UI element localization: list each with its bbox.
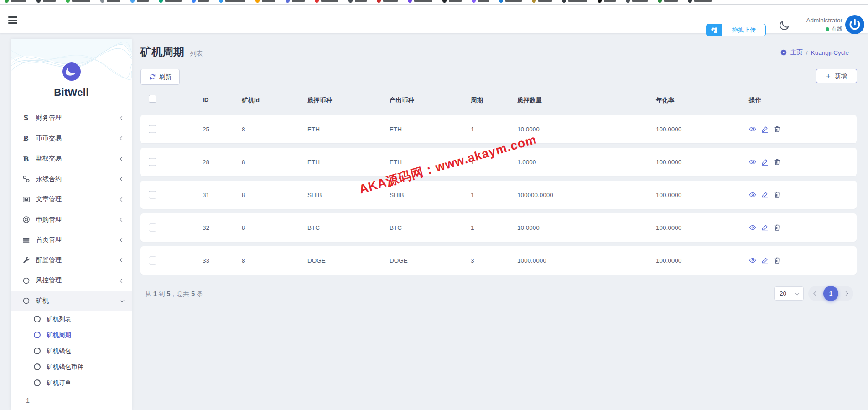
bookmark-item[interactable] (66, 0, 90, 3)
prev-page-icon[interactable] (814, 291, 818, 296)
bookmark-label (11, 0, 26, 2)
delete-trash-icon[interactable] (774, 257, 781, 264)
view-eye-icon[interactable] (749, 191, 756, 198)
row-checkbox[interactable] (149, 257, 156, 265)
bookmark-item[interactable] (159, 0, 182, 3)
add-button[interactable]: + 新增 (816, 69, 857, 83)
sidebar-item-label: 首页管理 (36, 236, 120, 244)
sidebar-subitem-label: 矿机钱包 (47, 347, 71, 355)
bookmark-label (321, 0, 338, 2)
bookmark-favicon (130, 0, 135, 3)
avatar[interactable] (845, 15, 864, 34)
sidebar-subitem-矿机钱包[interactable]: 矿机钱包 (11, 343, 132, 359)
bookmark-label (292, 0, 305, 2)
drag-upload-button[interactable]: 拖拽上传 (706, 24, 766, 36)
newspaper-icon (21, 196, 31, 203)
bookmark-item[interactable] (5, 0, 26, 3)
view-eye-icon[interactable] (749, 158, 756, 166)
bookmark-item[interactable] (442, 0, 462, 3)
sidebar-subitem-矿机订单[interactable]: 矿机订单 (11, 375, 132, 391)
bookmark-item[interactable] (626, 0, 648, 3)
sidebar-item-风控管理[interactable]: 风控管理 (11, 270, 132, 291)
sidebar-item-期权交易[interactable]: ฿ 期权交易 (11, 149, 132, 169)
sidebar-subitem-矿机列表[interactable]: 矿机列表 (11, 311, 132, 327)
bookmark-label (198, 0, 209, 2)
bookmark-item[interactable] (408, 0, 432, 3)
sidebar-item-label: 财务管理 (36, 114, 120, 122)
sidebar-item-label: 永续合约 (36, 175, 120, 183)
delete-trash-icon[interactable] (774, 224, 781, 231)
bookmark-item[interactable] (562, 0, 587, 3)
next-page-icon[interactable] (844, 291, 848, 296)
lifering-icon (21, 216, 31, 223)
cell-stake-amount: 1000.0000 (517, 257, 546, 264)
bookmark-item[interactable] (100, 0, 120, 3)
bookmark-item[interactable] (315, 0, 338, 3)
dark-mode-moon-icon[interactable] (778, 20, 791, 32)
sidebar-item-文章管理[interactable]: 文章管理 (11, 189, 132, 210)
bookmark-item[interactable] (598, 0, 616, 3)
bookmark-item[interactable] (472, 0, 489, 3)
sidebar-item-矿机[interactable]: 矿机 (11, 291, 132, 311)
delete-trash-icon[interactable] (774, 158, 781, 166)
row-checkbox[interactable] (149, 125, 156, 133)
row-checkbox[interactable] (149, 191, 156, 199)
view-eye-icon[interactable] (749, 224, 756, 231)
edit-pencil-icon[interactable] (761, 257, 769, 264)
edit-pencil-icon[interactable] (761, 125, 769, 133)
edit-pencil-icon[interactable] (761, 224, 769, 231)
hamburger-menu-icon[interactable] (8, 16, 17, 24)
circle-icon (34, 348, 41, 354)
breadcrumb-home-link[interactable]: 主页 (790, 48, 803, 57)
bookmark-favicon (626, 0, 630, 3)
cell-output-coin: DOGE (390, 257, 408, 264)
bookmarks-bar (0, 0, 868, 5)
sidebar-item-财务管理[interactable]: $ 财务管理 (11, 108, 132, 129)
bookmark-item[interactable] (219, 0, 245, 3)
sidebar-item-首页管理[interactable]: 首页管理 (11, 230, 132, 250)
table-row: 31 8 SHIB SHIB 1 100000.0000 100.0000 (140, 181, 857, 209)
sidebar-subitem-矿机周期[interactable]: 矿机周期 (11, 327, 132, 343)
refresh-button[interactable]: 刷新 (140, 69, 180, 85)
user-info[interactable]: Administrator 在线 (791, 17, 842, 33)
bookmark-label (449, 0, 462, 2)
circle-icon (21, 297, 31, 305)
chevron-icon (120, 116, 125, 120)
bookmark-item[interactable] (348, 0, 367, 3)
select-all-checkbox[interactable] (149, 95, 156, 103)
bookmark-item[interactable] (377, 0, 398, 3)
bookmark-item[interactable] (658, 0, 678, 3)
bookmark-item[interactable] (255, 0, 275, 3)
sidebar-item-永续合约[interactable]: 永续合约 (11, 169, 132, 190)
row-checkbox[interactable] (149, 224, 156, 232)
bookmark-label (568, 0, 587, 2)
row-checkbox[interactable] (149, 158, 156, 166)
sidebar-item-申购管理[interactable]: 申购管理 (11, 210, 132, 230)
bookmark-item[interactable] (130, 0, 149, 3)
edit-pencil-icon[interactable] (761, 158, 769, 166)
edit-pencil-icon[interactable] (761, 191, 769, 198)
bookmark-item[interactable] (532, 0, 552, 3)
bookmark-label (664, 0, 678, 2)
chevron-icon (120, 278, 125, 283)
bookmark-item[interactable] (192, 0, 209, 3)
page-size-select[interactable]: 20 (774, 286, 804, 301)
bitcoin-icon: ฿ (21, 154, 31, 164)
sidebar-subitem-矿机钱包币种[interactable]: 矿机钱包币种 (11, 359, 132, 375)
view-eye-icon[interactable] (749, 125, 756, 133)
bookmark-item[interactable] (688, 0, 712, 3)
bookmark-item[interactable] (499, 0, 522, 3)
dashboard-icon (780, 49, 787, 56)
bookmark-item[interactable] (36, 0, 56, 3)
refresh-icon (149, 73, 156, 80)
delete-trash-icon[interactable] (774, 191, 781, 198)
online-status-dot-icon (826, 27, 829, 31)
view-eye-icon[interactable] (749, 257, 756, 264)
bookmark-item[interactable] (286, 0, 305, 3)
current-page-button[interactable]: 1 (823, 286, 838, 301)
breadcrumb-separator: / (806, 49, 808, 56)
sidebar-item-币币交易[interactable]: B 币币交易 (11, 129, 132, 149)
delete-trash-icon[interactable] (774, 125, 781, 133)
sidebar-item-配置管理[interactable]: 配置管理 (11, 250, 132, 271)
circle-icon (34, 379, 41, 386)
